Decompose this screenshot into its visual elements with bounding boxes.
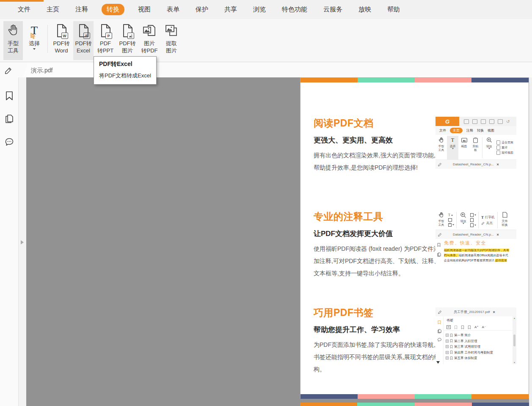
mini-hand-tool: 手型 工具 xyxy=(436,211,447,230)
mini-toolbar: 手型 工具 T 缩放 xyxy=(436,210,516,230)
menu-file[interactable]: 文件 xyxy=(18,5,30,14)
bookmark-list-icon xyxy=(447,325,451,329)
section-subheading: 帮助您提升工作、学习效率 xyxy=(314,325,441,335)
screenshot-reader-ui: G ↺ 文件 主页 注释 转换 视图 xyxy=(436,117,516,170)
document-canvas: 阅读PDF文档 更强大、更实用、更高效 拥有出色的文档渲染效果,强大的页面管理功… xyxy=(26,77,529,406)
screenshot-bookmarks-ui: 员工手册_20120917.pdf × 书签 xyxy=(436,307,516,364)
comments-panel-icon[interactable] xyxy=(4,137,14,147)
save-icon xyxy=(472,119,477,124)
mini-bookmark-icon xyxy=(437,242,441,247)
mini-sidebar xyxy=(436,239,442,268)
highlighter-pen-icon[interactable] xyxy=(4,66,13,75)
bookmark-item: + 第四章 工作时间与考勤制度 xyxy=(446,350,516,356)
reflow-icon xyxy=(496,145,500,150)
convert-ribbon: 手型 工具 T 选择 W PDF转 Word E PDF转 xyxy=(0,19,532,62)
vertical-scrollbar-track[interactable] xyxy=(529,77,532,406)
mini-clipboard-tool: 剪贴 板 xyxy=(470,136,481,159)
mini-quick-access-toolbar: ↺ xyxy=(464,119,510,124)
mini-tab-label: Datasheet_Reader_CN.p... xyxy=(453,233,494,236)
mini-pen-icon xyxy=(438,162,442,167)
add-bookmark-icon xyxy=(454,325,458,329)
email-icon xyxy=(489,119,494,124)
section-read-pdf: 阅读PDF文档 更强大、更实用、更高效 拥有出色的文档渲染效果,强大的页面管理功… xyxy=(314,117,441,174)
mini-bookmarks-panel: 书签 A⁺ A⁻ + xyxy=(443,316,516,364)
menu-home[interactable]: 主页 xyxy=(47,5,59,14)
pdf-to-word-icon: W xyxy=(56,21,67,40)
image-to-pdf-button[interactable]: 图片 转PDF xyxy=(139,21,160,60)
section-bookmarks: 巧用PDF书签 帮助您提升工作、学习效率 为PDF页面添加书签,除了实现内容的快… xyxy=(314,306,441,376)
page-bottom-color-stripe xyxy=(300,394,529,399)
document-tab[interactable]: 演示.pdf xyxy=(22,63,99,77)
tooltip-title: PDF转Excel xyxy=(99,60,151,68)
select-text-icon: T xyxy=(31,21,38,40)
section-body: 为PDF页面添加书签,除了实现内容的快速导航,书签还能指明不同书签的层级关系,展… xyxy=(314,339,441,376)
font-grow-icon: A⁺ xyxy=(474,325,479,329)
section-heading: 专业的注释工具 xyxy=(314,210,441,223)
next-bookmark-icon xyxy=(461,325,464,329)
menu-help[interactable]: 帮助 xyxy=(387,5,400,14)
pdf-to-ppt-button[interactable]: P PDF 转PPT xyxy=(95,21,116,60)
mini-menu-comment: 注释 xyxy=(466,128,473,133)
pdf-to-ppt-icon: P xyxy=(100,21,111,40)
mini-menu-file: 文件 xyxy=(439,128,446,133)
menu-share[interactable]: 共享 xyxy=(224,5,237,14)
bookmark-item: + 第五章 休假制度 xyxy=(446,355,516,361)
foxit-logo-icon: G xyxy=(436,117,459,126)
bookmarks-panel-icon[interactable] xyxy=(4,91,14,101)
fit-page-icon xyxy=(496,140,500,145)
mini-menubar: 文件 主页 注释 转换 视图 xyxy=(436,126,516,135)
mini-snapshot-tool: 截图 xyxy=(458,136,470,159)
pdf-to-word-button[interactable]: W PDF转 Word xyxy=(51,21,72,60)
scroll-up-icon: ▲ xyxy=(513,317,515,319)
tooltip-description: 将PDF文档转成Excel xyxy=(99,72,151,80)
mini-page-group xyxy=(470,211,476,230)
font-shrink-icon: A⁻ xyxy=(482,325,486,329)
menu-protect[interactable]: 保护 xyxy=(196,5,208,14)
mini-toolbar: 手型 工具 T 选择 截图 剪贴 板 xyxy=(436,135,516,160)
mini-scroll-down-icon xyxy=(436,361,440,364)
menu-comment[interactable]: 注释 xyxy=(75,5,88,14)
mini-pen-icon xyxy=(438,232,442,237)
pages-panel-icon[interactable] xyxy=(4,114,14,124)
menu-browse[interactable]: 浏览 xyxy=(253,5,266,14)
menu-view[interactable]: 视图 xyxy=(138,5,151,14)
menu-present[interactable]: 放映 xyxy=(358,5,371,14)
mini-sidebar xyxy=(436,316,443,364)
pdf-page-2-top-edge xyxy=(300,403,529,406)
scroll-down-icon: ▼ xyxy=(513,361,515,364)
navigation-sidebar xyxy=(0,77,19,406)
menu-convert-active[interactable]: 转换 xyxy=(102,4,124,15)
pdf-to-excel-button[interactable]: E PDF转 Excel xyxy=(73,21,94,60)
mini-hand-tool: 手型 工具 xyxy=(436,136,447,159)
typewriter-icon: T xyxy=(481,215,484,219)
mini-pages-icon xyxy=(437,329,442,334)
screenshot-annotation-ui: 手型 工具 T 缩放 xyxy=(436,210,516,268)
menu-features[interactable]: 特色功能 xyxy=(282,5,307,14)
mini-select-group: T xyxy=(448,211,454,230)
mini-bookmark-icon-active xyxy=(437,320,441,325)
mini-menu-view: 视图 xyxy=(488,128,494,133)
pdf-to-image-button[interactable]: PDF转 图片 xyxy=(117,21,138,60)
mini-titlebar: G ↺ xyxy=(436,117,516,126)
panel-collapse-handle[interactable] xyxy=(21,240,24,244)
new-doc-icon xyxy=(498,119,503,124)
section-subheading: 更强大、更实用、更高效 xyxy=(314,135,441,145)
window-accent-bar xyxy=(0,0,44,2)
extract-image-button[interactable]: 提取 图片 xyxy=(161,21,182,60)
prev-bookmark-icon xyxy=(468,325,471,329)
mini-menu-convert: 转换 xyxy=(477,128,484,133)
undo-icon: ↺ xyxy=(506,120,510,123)
menu-form[interactable]: 表单 xyxy=(167,5,179,14)
hand-tool-button[interactable]: 手型 工具 xyxy=(3,21,23,60)
mini-tab-row: Datasheet_Reader_CN.p... × xyxy=(436,160,516,169)
mini-pages-icon xyxy=(437,252,441,257)
section-subheading: 让PDF文档发挥更大价值 xyxy=(314,229,441,239)
foxit-reader-window: 文件 主页 注释 转换 视图 表单 保护 共享 浏览 特色功能 云服务 放映 帮… xyxy=(0,0,532,406)
mini-tab-row: 员工手册_20120917.pdf × xyxy=(436,307,516,316)
section-heading: 巧用PDF书签 xyxy=(314,306,441,319)
menu-cloud[interactable]: 云服务 xyxy=(323,5,342,14)
panel-gutter xyxy=(19,77,26,406)
select-tool-button[interactable]: T 选择 xyxy=(25,21,44,60)
open-icon xyxy=(464,119,469,124)
document-tab-label: 演示.pdf xyxy=(22,63,99,77)
